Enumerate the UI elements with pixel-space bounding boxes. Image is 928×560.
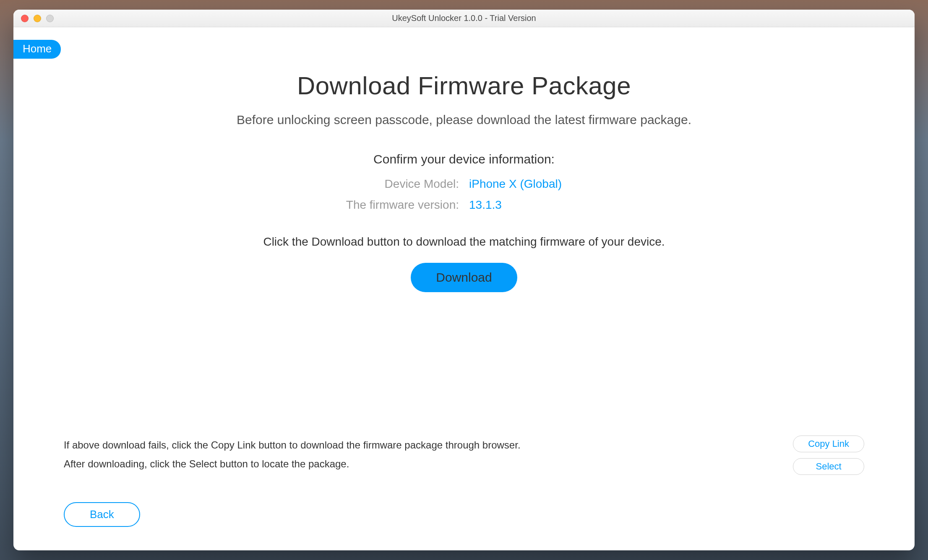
help-buttons: Copy Link Select — [793, 436, 864, 475]
maximize-icon[interactable] — [46, 15, 54, 22]
firmware-version-value[interactable]: 13.1.3 — [469, 198, 898, 212]
home-tab[interactable]: Home — [13, 40, 61, 59]
back-button[interactable]: Back — [64, 502, 140, 527]
help-text: If above download fails, click the Copy … — [64, 436, 776, 474]
content-area: Home Download Firmware Package Before un… — [13, 27, 915, 550]
device-info: Device Model: iPhone X (Global) The firm… — [30, 177, 898, 212]
select-button[interactable]: Select — [793, 458, 864, 475]
device-model-value[interactable]: iPhone X (Global) — [469, 177, 898, 191]
help-area: If above download fails, click the Copy … — [64, 436, 864, 475]
minimize-icon[interactable] — [34, 15, 41, 22]
copy-link-button[interactable]: Copy Link — [793, 436, 864, 452]
window-title: UkeySoft Unlocker 1.0.0 - Trial Version — [13, 13, 915, 23]
confirm-heading: Confirm your device information: — [30, 152, 898, 166]
help-line-1: If above download fails, click the Copy … — [64, 436, 776, 455]
titlebar: UkeySoft Unlocker 1.0.0 - Trial Version — [13, 10, 915, 27]
download-button[interactable]: Download — [411, 263, 517, 292]
device-model-label: Device Model: — [30, 177, 459, 191]
window-controls — [13, 15, 54, 22]
page-title: Download Firmware Package — [30, 71, 898, 100]
firmware-version-label: The firmware version: — [30, 198, 459, 212]
app-window: UkeySoft Unlocker 1.0.0 - Trial Version … — [13, 10, 915, 550]
close-icon[interactable] — [21, 15, 29, 22]
download-instruction: Click the Download button to download th… — [30, 235, 898, 249]
help-line-2: After downloading, click the Select butt… — [64, 454, 776, 474]
page-subtitle: Before unlocking screen passcode, please… — [30, 113, 898, 127]
